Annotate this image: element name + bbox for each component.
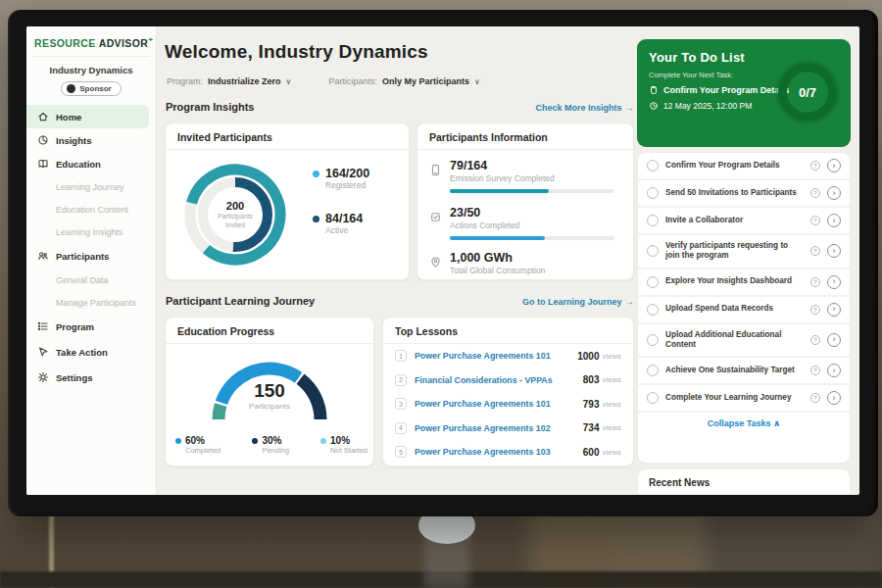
chevron-right-icon[interactable]: › bbox=[827, 333, 841, 347]
sidebar-item-education-content[interactable]: Education Content bbox=[26, 198, 157, 220]
check-more-insights-link[interactable]: Check More Insights → bbox=[535, 102, 634, 113]
lesson-link[interactable]: Financial Considerations - VPPAs bbox=[415, 375, 583, 385]
collapse-tasks-link[interactable]: Collapse Tasks ∧ bbox=[638, 413, 850, 434]
help-icon[interactable]: ? bbox=[810, 305, 820, 315]
checkbox-icon[interactable] bbox=[647, 215, 659, 226]
lesson-row[interactable]: 2 Financial Considerations - VPPAs 803vi… bbox=[383, 368, 633, 393]
checkbox-icon[interactable] bbox=[647, 365, 659, 376]
invited-participants-donut-chart: 200 Participants Invited bbox=[177, 157, 293, 272]
dashboard-screen: RESOURCE ADVISOR+ Industry Dynamics Spon… bbox=[26, 26, 859, 495]
chevron-right-icon[interactable]: › bbox=[827, 244, 841, 258]
emission-survey-progress-bar bbox=[450, 189, 614, 193]
task-row-invite-collaborator[interactable]: Invite a Collaborator ? › bbox=[638, 208, 850, 235]
education-progress-card: Education Progress 150 Participants 60% bbox=[165, 317, 374, 466]
help-icon[interactable]: ? bbox=[810, 216, 820, 225]
chevron-right-icon[interactable]: › bbox=[827, 303, 841, 317]
arrow-right-icon: → bbox=[624, 296, 634, 307]
lesson-views: 600 bbox=[583, 447, 600, 458]
checkbox-icon[interactable] bbox=[647, 187, 659, 199]
legend-active: 84/164Active bbox=[313, 212, 369, 235]
sidebar-item-insights[interactable]: Insights bbox=[26, 128, 157, 152]
checkbox-icon[interactable] bbox=[647, 160, 659, 172]
chevron-right-icon[interactable]: › bbox=[827, 275, 841, 289]
take-action-icon bbox=[37, 346, 49, 358]
checkbox-icon[interactable] bbox=[647, 304, 659, 316]
help-icon[interactable]: ? bbox=[810, 335, 820, 345]
task-row-achieve-target[interactable]: Achieve One Sustainability Target ? › bbox=[638, 358, 850, 385]
sidebar-item-label: Participants bbox=[56, 251, 109, 262]
help-icon[interactable]: ? bbox=[810, 188, 820, 198]
lesson-row[interactable]: 4 Power Purchase Agreements 102 734views bbox=[383, 416, 633, 441]
consumption-icon bbox=[429, 255, 442, 268]
lesson-rank: 4 bbox=[395, 422, 407, 434]
lesson-row[interactable]: 5 Power Purchase Agreements 103 600views bbox=[383, 440, 633, 465]
legend-registered: 164/200Registered bbox=[313, 167, 369, 190]
chevron-down-icon: ∨ bbox=[474, 77, 480, 86]
card-title: Education Progress bbox=[166, 318, 373, 344]
invited-participants-card: Invited Participants 200 Participants In… bbox=[165, 122, 410, 280]
sidebar-item-participants[interactable]: Participants bbox=[26, 243, 157, 269]
education-progress-gauge: 150 Participants bbox=[196, 347, 343, 433]
task-row-upload-spend-data[interactable]: Upload Spend Data Records ? › bbox=[638, 297, 850, 324]
clock-icon bbox=[649, 101, 659, 111]
chevron-right-icon[interactable]: › bbox=[827, 186, 841, 200]
task-row-complete-learning-journey[interactable]: Complete Your Learning Journey ? › bbox=[638, 385, 850, 413]
help-icon[interactable]: ? bbox=[810, 161, 820, 171]
section-title: Participant Learning Journey bbox=[166, 295, 315, 307]
logo-plus: + bbox=[148, 35, 153, 44]
lesson-row[interactable]: 3 Power Purchase Agreements 101 793views bbox=[383, 392, 633, 416]
checkbox-icon[interactable] bbox=[647, 334, 659, 346]
chevron-right-icon[interactable]: › bbox=[827, 214, 841, 227]
lesson-link[interactable]: Power Purchase Agreements 103 bbox=[415, 447, 583, 457]
task-row-send-invitations[interactable]: Send 50 Invitations to Participants ? › bbox=[638, 180, 850, 208]
sidebar-item-home[interactable]: Home bbox=[26, 105, 149, 128]
chevron-right-icon[interactable]: › bbox=[827, 391, 841, 405]
sidebar-item-learning-journey[interactable]: Learning Journey bbox=[26, 175, 157, 198]
card-title: Top Lessons bbox=[383, 318, 633, 344]
task-row-verify-participants[interactable]: Verify participants requesting to join t… bbox=[638, 235, 850, 270]
help-icon[interactable]: ? bbox=[810, 246, 820, 256]
task-row-upload-educational-content[interactable]: Upload Additional Educational Content ? … bbox=[638, 324, 850, 359]
sidebar-item-label: Settings bbox=[56, 372, 92, 383]
help-icon[interactable]: ? bbox=[810, 277, 820, 287]
lesson-views: 734 bbox=[583, 422, 600, 433]
top-lessons-card: Top Lessons 1 Power Purchase Agreements … bbox=[382, 317, 634, 466]
page-title: Welcome, Industry Dynamics bbox=[165, 41, 428, 63]
sidebar-item-label: Program bbox=[56, 321, 94, 332]
sidebar-item-education[interactable]: Education bbox=[26, 152, 157, 175]
sidebar-item-program[interactable]: Program bbox=[26, 314, 157, 339]
help-icon[interactable]: ? bbox=[810, 366, 820, 375]
chevron-right-icon[interactable]: › bbox=[827, 159, 841, 172]
program-icon bbox=[37, 320, 49, 332]
lesson-link[interactable]: Power Purchase Agreements 101 bbox=[415, 399, 583, 409]
lesson-link[interactable]: Power Purchase Agreements 102 bbox=[415, 423, 583, 433]
legend-dot bbox=[313, 216, 319, 222]
clipboard-icon bbox=[649, 85, 659, 95]
app-logo: RESOURCE ADVISOR+ bbox=[26, 26, 156, 49]
checkbox-icon[interactable] bbox=[647, 276, 659, 288]
sidebar-item-learning-insights[interactable]: Learning Insights bbox=[26, 220, 157, 243]
sponsor-badge[interactable]: Sponsor bbox=[61, 81, 121, 96]
sidebar-item-label: Manage Participants bbox=[56, 298, 136, 308]
task-row-explore-insights[interactable]: Explore Your Insights Dashboard ? › bbox=[638, 270, 850, 297]
sidebar-item-settings[interactable]: Settings bbox=[26, 365, 157, 390]
sidebar-item-label: Education Content bbox=[56, 205, 128, 215]
participants-filter[interactable]: Participants: Only My Participants ∨ bbox=[328, 76, 479, 86]
recent-news-title: Recent News bbox=[638, 469, 850, 495]
sidebar-item-manage-participants[interactable]: Manage Participants bbox=[26, 291, 157, 314]
go-to-learning-journey-link[interactable]: Go to Learning Journey → bbox=[522, 296, 634, 307]
lesson-rank: 1 bbox=[395, 350, 407, 362]
help-icon[interactable]: ? bbox=[810, 393, 820, 403]
lesson-row[interactable]: 1 Power Purchase Agreements 101 1000view… bbox=[383, 344, 633, 368]
sidebar-item-label: General Data bbox=[56, 275, 109, 285]
lesson-link[interactable]: Power Purchase Agreements 101 bbox=[415, 351, 577, 361]
sidebar-item-general-data[interactable]: General Data bbox=[26, 269, 157, 291]
chevron-right-icon[interactable]: › bbox=[827, 364, 841, 377]
program-filter[interactable]: Program: Industrialize Zero ∨ bbox=[167, 76, 291, 86]
program-filter-value: Industrialize Zero bbox=[208, 76, 281, 86]
sidebar-item-take-action[interactable]: Take Action bbox=[26, 339, 157, 365]
chevron-down-icon: ∨ bbox=[286, 77, 292, 86]
task-row-confirm-program[interactable]: Confirm Your Program Details ? › bbox=[638, 153, 850, 180]
checkbox-icon[interactable] bbox=[647, 245, 659, 257]
checkbox-icon[interactable] bbox=[647, 392, 659, 404]
